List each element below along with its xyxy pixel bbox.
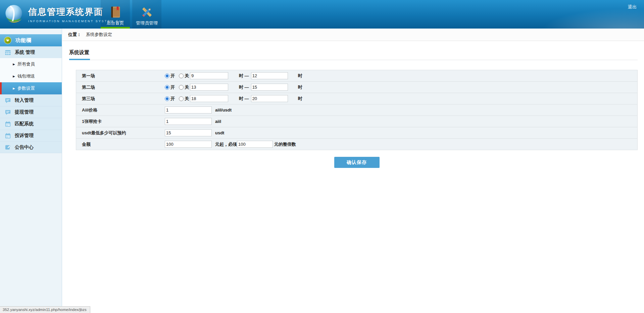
radio-off-input[interactable] (179, 85, 184, 90)
radio-on-input[interactable] (165, 96, 169, 101)
param-table: 第一场开关时 —时第二场开关时 —时第三场开关时 —时Aiil价格aiil/us… (76, 70, 638, 150)
sidebar-item-8[interactable]: 公告中心 (0, 141, 62, 153)
row-label: 第三场 (76, 96, 165, 102)
submenu-arrow-icon: ▶ (13, 87, 15, 90)
sidebar-menu: 系统 管理▶所有會員▶钱包增送▶参数设置转入管理提现管理匹配系统投诉管理公告中心 (0, 46, 62, 153)
row-label: 金额 (76, 141, 165, 147)
logo-area: 信息管理系统界面 INFORMATION MANAGEMENT SYSTEM G… (0, 0, 101, 29)
breadcrumb-value: 系统参数设定 (86, 32, 112, 38)
tab-label: 管理员管理 (136, 20, 158, 26)
hour-dash-label: 时 — (239, 73, 249, 79)
tab-system-settings[interactable]: 系统设置 (69, 49, 90, 60)
main-content: 系统设置 第一场开关时 —时第二场开关时 —时第三场开关时 —时Aiil价格ai… (62, 41, 644, 313)
tab-backend-home[interactable]: 后台首页 (101, 0, 130, 29)
end-hour-input[interactable] (251, 84, 288, 91)
sidebar-item-7[interactable]: 投诉管理 (0, 130, 62, 141)
sidebar-item-label: 参数设置 (17, 85, 35, 91)
sidebar-item-1[interactable]: ▶所有會員 (0, 58, 62, 70)
sidebar-item-label: 钱包增送 (17, 73, 35, 79)
globe-logo-icon (3, 4, 25, 25)
grid-icon (4, 49, 11, 56)
form-row-0: 第一场开关时 —时 (76, 70, 638, 82)
submenu-arrow-icon: ▶ (13, 75, 15, 78)
tab-label: 后台首页 (107, 20, 124, 26)
sidebar: 功能欄 系统 管理▶所有會員▶钱包增送▶参数设置转入管理提现管理匹配系统投诉管理… (0, 29, 62, 313)
hour-label: 时 (298, 96, 302, 102)
hour-label: 时 (298, 73, 302, 79)
section-tabs-bar: 系统设置 (69, 49, 638, 60)
form-row-5: usdt最低多少可以预约usdt (76, 127, 638, 139)
save-button[interactable]: 确认保存 (334, 157, 380, 168)
hour-dash-label: 时 — (239, 84, 249, 90)
unit-label: aiil/usdt (215, 107, 232, 113)
value-input[interactable] (165, 129, 212, 136)
sidebar-item-label: 投诉管理 (15, 133, 34, 139)
amount-input[interactable] (165, 141, 212, 148)
sidebar-item-6[interactable]: 匹配系统 (0, 118, 62, 130)
sidebar-item-label: 转入管理 (15, 97, 34, 103)
radio-off-input[interactable] (179, 74, 184, 78)
sidebar-item-2[interactable]: ▶钱包增送 (0, 70, 62, 82)
amount-mid-label: 元起，必须 (215, 141, 237, 147)
app-header: 信息管理系统界面 INFORMATION MANAGEMENT SYSTEM G… (0, 0, 644, 29)
sidebar-item-label: 所有會員 (17, 61, 35, 67)
form-row-1: 第二场开关时 —时 (76, 82, 638, 93)
edit-icon (4, 144, 11, 151)
submenu-arrow-icon: ▶ (13, 63, 15, 66)
row-label: usdt最低多少可以预约 (76, 130, 165, 136)
radio-on-input[interactable] (165, 74, 169, 78)
radio-off[interactable]: 关 (179, 84, 189, 90)
row-label: 第二场 (76, 84, 165, 90)
multiple-input[interactable] (237, 141, 273, 148)
sidebar-item-label: 匹配系统 (15, 121, 34, 127)
row-label: Aiil价格 (76, 107, 165, 113)
value-input[interactable] (165, 106, 212, 114)
start-hour-input[interactable] (190, 72, 228, 79)
form-row-6: 金额元起，必须元的整倍数 (76, 139, 638, 150)
sidebar-item-3[interactable]: ▶参数设置 (0, 82, 62, 94)
logout-link[interactable]: 退出 (628, 4, 637, 10)
sidebar-item-label: 提现管理 (15, 109, 34, 115)
start-hour-input[interactable] (190, 95, 228, 102)
radio-off[interactable]: 关 (179, 73, 189, 79)
form-row-2: 第三场开关时 —时 (76, 93, 638, 104)
row-label: 第一场 (76, 73, 165, 79)
panel-header-label: 功能欄 (15, 37, 32, 44)
hour-dash-label: 时 — (239, 96, 249, 102)
radio-on[interactable]: 开 (165, 96, 175, 102)
form-row-4: 1张帮抢卡aiil (76, 116, 638, 127)
calendar-icon (4, 132, 11, 139)
end-hour-input[interactable] (251, 95, 288, 102)
row-label: 1张帮抢卡 (76, 119, 165, 125)
breadcrumb: 位置： 系统参数设定 (62, 29, 644, 41)
calendar-icon (4, 121, 11, 127)
status-url-tooltip: 352.yanyanshi.xyz/admin11.php/home/index… (0, 306, 90, 313)
value-input[interactable] (165, 118, 212, 125)
start-hour-input[interactable] (190, 84, 228, 91)
sidebar-item-0[interactable]: 系统 管理 (0, 46, 62, 58)
hour-label: 时 (298, 84, 302, 90)
header-tabs: 后台首页 (101, 0, 161, 29)
unit-label: aiil (215, 119, 221, 124)
end-hour-input[interactable] (251, 72, 288, 79)
unit-label: usdt (215, 130, 224, 135)
form-row-3: Aiil价格aiil/usdt (76, 104, 638, 116)
save-button-wrap: 确认保存 (76, 157, 638, 168)
multiple-unit-label: 元的整倍数 (274, 141, 296, 147)
comment-icon (4, 97, 11, 104)
sidebar-item-label: 公告中心 (15, 144, 34, 150)
radio-on-input[interactable] (165, 85, 169, 90)
radio-off-input[interactable] (179, 96, 184, 101)
sidebar-panel-header[interactable]: 功能欄 (0, 34, 62, 46)
radio-off[interactable]: 关 (179, 96, 189, 102)
radio-on[interactable]: 开 (165, 84, 175, 90)
tab-admin-manage[interactable]: 管理员管理 (132, 0, 161, 29)
sidebar-item-4[interactable]: 转入管理 (0, 94, 62, 106)
book-icon (109, 5, 122, 19)
comment-icon (4, 109, 11, 116)
radio-on[interactable]: 开 (165, 73, 175, 79)
sidebar-item-5[interactable]: 提现管理 (0, 106, 62, 118)
sidebar-item-label: 系统 管理 (15, 49, 35, 55)
collapse-circle-icon[interactable] (4, 37, 11, 44)
pencil-ruler-icon (141, 5, 153, 19)
